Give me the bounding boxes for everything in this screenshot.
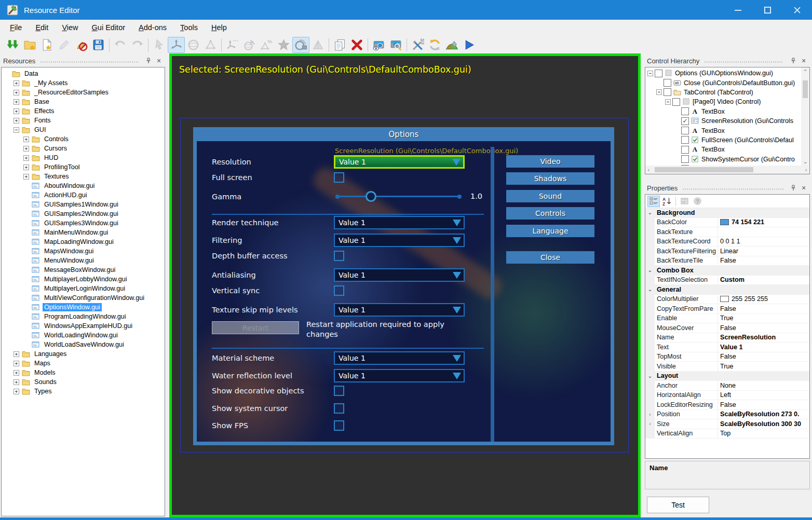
property-row[interactable]: ›SizeScaleByResolution 300 30	[645, 419, 809, 429]
hierarchy-tree-item[interactable]: ATextBox	[645, 126, 801, 135]
dialog-button-controls[interactable]: Controls	[506, 207, 594, 220]
property-row[interactable]: NameScreenResolution	[645, 333, 809, 343]
resource-tree-item[interactable]: GUISamples2Window.gui	[2, 209, 165, 218]
move-tool-icon[interactable]	[168, 37, 185, 53]
resource-tree-item[interactable]: MultiplayerLobbyWindow.gui	[2, 275, 165, 284]
combobox[interactable]: Value 1	[334, 351, 465, 365]
resource-tree-item[interactable]: +Controls	[2, 134, 165, 144]
minimize-button[interactable]	[723, 0, 753, 20]
test-button[interactable]: Test	[647, 497, 709, 513]
combobox[interactable]: Value 1	[334, 268, 465, 282]
gamma-slider-track[interactable]	[337, 196, 459, 197]
resource-tree-item[interactable]: +Textures	[2, 172, 165, 181]
close-panel-icon[interactable]: ×	[800, 57, 808, 65]
resource-tree-item[interactable]: +Cursors	[2, 144, 165, 153]
property-row[interactable]: HorizontalAlignLeft	[645, 391, 809, 401]
combobox[interactable]: Value 1	[334, 216, 465, 229]
visibility-checkbox[interactable]: ✓	[681, 117, 689, 125]
resource-tree-item[interactable]: +Sounds	[2, 377, 165, 387]
dialog-button-video[interactable]: Video	[506, 155, 594, 168]
delete-icon[interactable]	[348, 37, 366, 53]
property-category-row[interactable]: ⌄Layout	[645, 372, 809, 381]
tree-expander-icon[interactable]: +	[23, 155, 29, 161]
property-row[interactable]: EnableTrue	[645, 314, 809, 324]
chevron-down-icon[interactable]: ⌄	[645, 285, 655, 294]
preview-camera-icon[interactable]	[370, 37, 387, 53]
dialog-button-shadows[interactable]: Shadows	[506, 172, 594, 185]
new-folder-icon[interactable]	[21, 37, 38, 53]
sort-alphabetical-icon[interactable]: AZ	[660, 196, 673, 207]
dialog-button-sound[interactable]: Sound	[506, 190, 594, 202]
visibility-checkbox[interactable]	[681, 155, 689, 163]
tree-expander-icon[interactable]: +	[13, 99, 19, 105]
resource-tree-item[interactable]: MessageBoxWindow.gui	[2, 265, 165, 275]
scrollbar-thumb[interactable]	[803, 80, 808, 98]
pin-icon[interactable]	[789, 184, 797, 192]
property-row[interactable]: TopMostFalse	[645, 352, 809, 362]
chevron-down-icon[interactable]: ⌄	[645, 208, 655, 217]
property-row[interactable]: LockEditorResizingFalse	[645, 400, 809, 410]
property-row[interactable]: BackTexture	[645, 227, 809, 237]
menu-item-tools[interactable]: Tools	[173, 21, 205, 34]
run-icon[interactable]	[461, 37, 478, 53]
gui-editor-canvas[interactable]: Selected: ScreenResolution (Gui\Controls…	[169, 53, 641, 517]
cancel-edit-icon[interactable]	[73, 37, 90, 53]
visibility-checkbox[interactable]	[664, 88, 671, 96]
chevron-right-icon[interactable]: ›	[645, 410, 655, 419]
tree-expander-icon[interactable]: −	[665, 99, 671, 105]
resource-tree-item[interactable]: +Effects	[2, 106, 165, 116]
resource-tree-item[interactable]: +ProfilingTool	[2, 162, 165, 172]
resource-tree-item[interactable]: GUISamples3Window.gui	[2, 218, 165, 228]
hierarchy-tree-item[interactable]: ATextBox	[645, 107, 801, 116]
checkbox[interactable]	[334, 403, 344, 414]
tree-expander-icon[interactable]: +	[13, 90, 19, 95]
resource-tree-item[interactable]: +Base	[2, 97, 165, 106]
resource-tree-item[interactable]: +Languages	[2, 349, 165, 359]
visibility-checkbox[interactable]	[681, 107, 689, 115]
hierarchy-tree-item[interactable]: ShowSystemCursor (Gui\Contro	[645, 155, 801, 164]
property-row[interactable]: BackTextureTileFalse	[645, 256, 809, 266]
hierarchy-tree-item[interactable]: −[Page0] Video (Control)	[645, 97, 801, 106]
resource-tree-item[interactable]: MultiViewConfigurationWindow.gui	[2, 293, 165, 303]
vertical-scrollbar[interactable]: ⌃ ⌄	[801, 67, 809, 166]
property-row[interactable]: BackColor74 154 221	[645, 218, 809, 228]
resource-tree-item[interactable]: +Maps	[2, 359, 165, 368]
categorized-icon[interactable]	[647, 196, 660, 207]
chevron-right-icon[interactable]: ›	[645, 419, 655, 429]
chevron-down-icon[interactable]: ⌄	[645, 372, 655, 381]
property-row[interactable]: AnchorNone	[645, 381, 809, 391]
checkbox[interactable]	[334, 172, 344, 183]
save-icon[interactable]	[90, 37, 107, 53]
tools-options-icon[interactable]	[409, 37, 426, 53]
checkbox[interactable]	[334, 251, 344, 261]
property-row[interactable]: VisibleTrue	[645, 362, 809, 372]
combobox[interactable]: Value 1	[334, 369, 465, 382]
tree-expander-icon[interactable]: +	[23, 174, 29, 180]
property-row[interactable]: TextValue 1	[645, 343, 809, 352]
visibility-checkbox[interactable]	[664, 79, 671, 87]
visibility-checkbox[interactable]	[681, 136, 689, 144]
menu-item-gui-editor[interactable]: Gui Editor	[85, 21, 132, 34]
property-row[interactable]: ColorMultiplier255 255 255	[645, 295, 809, 305]
refresh-icon[interactable]	[426, 37, 443, 53]
tree-expander-icon[interactable]: +	[13, 370, 19, 376]
close-button[interactable]	[782, 0, 812, 20]
resource-tree-item[interactable]: Data	[2, 69, 165, 78]
property-category-row[interactable]: ⌄Combo Box	[645, 266, 809, 276]
update-resources-icon[interactable]	[4, 37, 21, 53]
checkbox[interactable]	[334, 386, 344, 396]
hierarchy-tree-item[interactable]: −TabControl (TabControl)	[645, 88, 801, 97]
chevron-down-icon[interactable]: ⌄	[645, 266, 655, 275]
map-terrain-icon[interactable]	[443, 37, 461, 53]
visibility-checkbox[interactable]	[681, 127, 689, 134]
hierarchy-tree-item[interactable]: ✓ScreenResolution (Gui\Controls	[645, 116, 801, 126]
property-category-row[interactable]: ⌄Background	[645, 208, 809, 218]
property-row[interactable]: TextIfNoSelectionCustom	[645, 276, 809, 285]
property-row[interactable]: VerticalAlignTop	[645, 429, 809, 439]
resource-tree-item[interactable]: WindowsAppExampleHUD.gui	[2, 321, 165, 331]
resource-tree-item[interactable]: MapsWindow.gui	[2, 247, 165, 256]
resource-tree-item[interactable]: +_ResourceEditorSamples	[2, 88, 165, 97]
find-camera-icon[interactable]	[387, 37, 404, 53]
visibility-checkbox[interactable]	[655, 70, 662, 77]
tree-expander-icon[interactable]: +	[13, 108, 19, 114]
